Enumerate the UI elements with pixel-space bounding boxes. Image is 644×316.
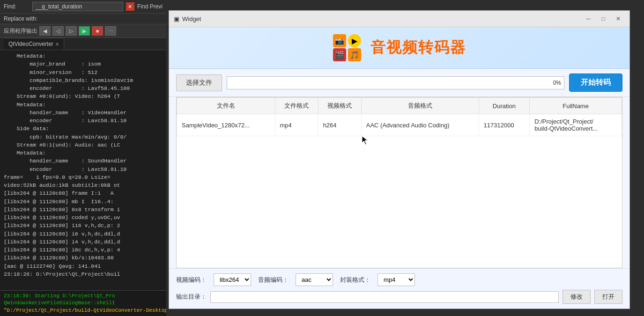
code-line: encoder : Lavc58.91.10 [4,117,163,125]
tab-label: QtVideoConverter [8,41,53,47]
code-line: [libx264 @ 11120c80] 8x8 transform i [4,206,163,213]
table-row[interactable]: SampleVideo_1280x72... mp4 h264 AAC (Adv… [177,114,622,136]
cell-duration: 117312000 [479,114,530,136]
cell-format: mp4 [275,114,318,136]
window-close-button[interactable]: ✕ [612,14,625,24]
play-icon: ▶ [348,34,361,47]
tab-qtvideoconverter[interactable]: QtVideoConverter ✕ [4,38,64,50]
code-line: Stream #0:0(und): Video: h264 (T [4,92,163,100]
toolbar-btn-3[interactable]: ▷ [66,26,77,36]
widget-window: ▣ Widget ─ □ ✕ 📷 ▶ 🎬 🎵 音视频转码器 选择文件 0% [169,10,630,309]
find-bar: Find: ✕ Find Previ [0,0,166,14]
replace-label: Replace with: [4,15,37,22]
window-controls: ─ □ ✕ [582,14,625,24]
code-line: encoder : Lavf58.45.100 [4,84,163,92]
output-path-input[interactable] [210,291,559,303]
video-encoding-label: 视频编码： [176,276,207,284]
icon-row-1: 📷 ▶ [333,34,361,47]
encoding-row: 视频编码： libx264 h264 h265 音频编码： aac mp3 封装… [176,273,622,286]
output-line: QWindowsNativeFileDialogBase::shellI [4,300,163,307]
code-line: [libx264 @ 11120c80] i8 v,h,dc,ddl,d [4,230,163,238]
output-dir-label: 输出目录： [176,293,207,301]
app-header: 📷 ▶ 🎬 🎵 音视频转码器 [169,27,629,69]
code-line: major_brand : isom [4,60,163,68]
code-line: handler_name : VideoHandler [4,109,163,117]
table-header-row: 文件名 文件格式 视频格式 音频格式 Duration FullName [177,98,622,114]
col-header-fullname: FullName [530,98,622,114]
code-line: 23:18:26: D:\Project\Qt_Project\buil [4,270,163,278]
container-select[interactable]: mp4 mkv avi [378,273,415,286]
window-titlebar: ▣ Widget ─ □ ✕ [169,11,629,27]
audio-encoding-label: 音频编码： [258,276,289,284]
code-line: [libx264 @ 11120c80] mb I I16..4: [4,198,163,206]
widget-bottom: 视频编码： libx264 h264 h265 音频编码： aac mp3 封装… [169,268,629,309]
window-minimize-button[interactable]: ─ [582,14,595,24]
toolbar-btn-stop[interactable]: ■ [92,26,103,36]
app-icon-area: 📷 ▶ 🎬 🎵 [333,34,361,61]
toolbar-btn-2[interactable]: ◁ [52,26,64,36]
code-line: [libx264 @ 11120c80] i16 v,h,dc,p: 2 [4,221,163,229]
code-line: [libx264 @ 11120c80] i4 v,h,dc,ddl,d [4,238,163,246]
code-line: Metadata: [4,101,163,109]
output-line: 23:18:39: Starting D:\Project\Qt_Pro [4,293,163,300]
col-header-audio: 音频格式 [361,98,479,114]
code-line: encoder : Lavc58.91.10 [4,165,163,173]
camera-icon: 📷 [333,34,346,47]
toolbar-btn-5[interactable]: ⋯ [105,26,116,36]
find-input[interactable] [32,2,123,11]
film-icon: 🎬 [333,48,346,61]
music-icon: 🎵 [348,48,361,61]
find-label: Find: [4,3,30,10]
code-line: cpb: bitrate max/min/avg: 0/0/ [4,133,163,141]
code-line: [libx264 @ 11120c80] i8c dc,h,v,p: 4 [4,246,163,254]
col-header-filename: 文件名 [177,98,275,114]
code-line: video:52kB audio:1kB subtitle:0kB ot [4,181,163,189]
output-toolbar: 应用程序输出 ◀ ◁ ▷ ▶ ■ ⋯ [0,24,166,38]
code-line: compatible_brands: isomiso2avc1m [4,76,163,84]
audio-encoding-select[interactable]: aac mp3 [296,273,333,286]
col-header-video: 视频格式 [318,98,361,114]
code-line: [libx264 @ 11120c80] coded y,uvDC,uv [4,213,163,221]
open-button[interactable]: 打开 [594,290,622,304]
output-row: 输出目录： 修改 打开 [176,290,622,304]
container-label: 封装格式： [340,276,370,284]
replace-bar: Replace with: [0,14,166,24]
code-line: minor_version : 512 [4,68,163,76]
col-header-format: 文件格式 [275,98,318,114]
start-convert-button[interactable]: 开始转码 [569,73,622,92]
toolbar-btn-play[interactable]: ▶ [79,26,90,36]
code-line: handler_name : SoundHandler [4,157,163,165]
left-panel: Find: ✕ Find Previ Replace with: 应用程序输出 … [0,0,166,316]
tab-bar: QtVideoConverter ✕ [0,38,166,50]
tab-close-icon[interactable]: ✕ [55,42,59,47]
file-table: 文件名 文件格式 视频格式 音频格式 Duration FullName Sam… [177,97,622,136]
code-line: [aac @ 11122740] Qavg: 141.041 [4,262,163,270]
code-line: Metadata: [4,149,163,157]
code-area[interactable]: Metadata: major_brand : isom minor_versi… [0,50,166,290]
cell-audio-format: AAC (Advanced Audio Coding) [361,114,479,136]
code-line: Metadata: [4,52,163,60]
window-maximize-button[interactable]: □ [597,14,610,24]
toolbar-btn-1[interactable]: ◀ [39,26,51,36]
col-header-duration: Duration [479,98,530,114]
code-line: frame= 1 fps=0.0 q=28.0 Lsize= [4,173,163,181]
code-line: Stream #0:1(und): Audio: aac (LC [4,141,163,149]
modify-button[interactable]: 修改 [563,290,591,304]
video-encoding-select[interactable]: libx264 h264 h265 [214,273,251,286]
output-log[interactable]: 23:18:39: Starting D:\Project\Qt_Pro QWi… [0,290,166,316]
window-title-text: Widget [182,15,201,22]
select-file-button[interactable]: 选择文件 [176,74,222,91]
code-line: Side data: [4,125,163,132]
cell-fullname: D:/Project/Qt_Project/build-QtVideoConve… [530,114,622,136]
code-line: [libx264 @ 11120c80] kb/s:10483.80 [4,254,163,262]
cell-filename: SampleVideo_1280x72... [177,114,275,136]
icon-row-2: 🎬 🎵 [333,48,361,61]
find-close-button[interactable]: ✕ [126,2,134,11]
find-prev-label: Find Previ [137,3,163,10]
window-title: ▣ Widget [174,15,201,22]
app-title: 音视频转码器 [370,37,466,58]
progress-bar-container: 0% [227,76,564,89]
output-label: 应用程序输出 [4,27,37,35]
file-table-container[interactable]: 文件名 文件格式 视频格式 音频格式 Duration FullName Sam… [176,97,622,268]
progress-text: 0% [553,80,561,86]
